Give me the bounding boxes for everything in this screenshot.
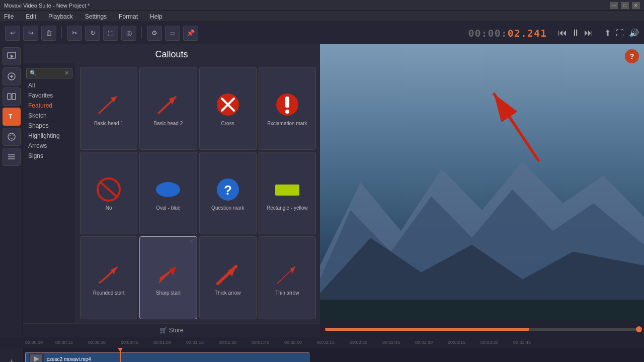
settings-button[interactable]: ⚙ (147, 26, 162, 41)
svg-line-44 (494, 94, 538, 160)
stickers-toolbar-btn[interactable] (3, 128, 21, 146)
pin-button[interactable]: 📌 (183, 26, 198, 41)
callout-icon-sharp-start (153, 260, 183, 288)
media-toolbar-btn[interactable] (3, 47, 21, 65)
cut-button[interactable]: ✂ (67, 26, 82, 41)
preview-arrow-overlay (450, 72, 560, 183)
tick-230: 00:02:30 (350, 340, 367, 345)
callout-thick-arrow[interactable]: Thick arrow (199, 236, 257, 319)
svg-point-6 (8, 133, 15, 140)
callout-label-exclamation: Exclamation mark (267, 121, 307, 127)
transitions-toolbar-btn[interactable] (3, 87, 21, 106)
callout-sharp-start[interactable]: ♡ Sharp start (139, 236, 197, 319)
rotate-button[interactable]: ↻ (85, 26, 100, 41)
clip-thumbnail (29, 353, 44, 362)
callout-icon-rectangle-yellow (272, 175, 302, 203)
callout-question[interactable]: ? Question mark (199, 152, 257, 235)
callout-rectangle-yellow[interactable]: Rectangle - yellow (259, 152, 316, 235)
clip-header: czesc2 movavi.mp4 (26, 352, 309, 362)
callout-icon-no (94, 175, 124, 203)
video-clip[interactable]: czesc2 movavi.mp4 (25, 352, 309, 362)
skip-forward-button[interactable]: ⏭ (584, 28, 593, 38)
undo-button[interactable]: ↩ (5, 26, 20, 41)
menu-settings[interactable]: Settings (83, 12, 109, 21)
maximize-btn[interactable]: □ (621, 2, 629, 9)
delete-button[interactable]: 🗑 (41, 26, 56, 41)
store-button[interactable]: 🛒 Store (23, 323, 320, 337)
cat-shapes[interactable]: Shapes (23, 121, 75, 131)
titles-toolbar-btn[interactable]: T (3, 108, 21, 126)
fullscreen-icon[interactable]: ⛶ (616, 29, 624, 38)
callout-label-no: No (106, 205, 112, 211)
menu-format[interactable]: Format (117, 12, 140, 21)
callouts-grid: Basic head 1 Basic head 2 (76, 63, 320, 323)
audio-button[interactable]: ⚌ (165, 26, 180, 41)
cat-featured[interactable]: Featured (23, 101, 75, 111)
tick-130: 00:01:30 (219, 340, 236, 345)
callout-oval-blue[interactable]: Oval - blue (139, 152, 197, 235)
toolbar-row: ↩ ↪ 🗑 ✂ ↻ ⬚ ◎ ⚙ ⚌ 📌 00:00:02.241 ⏮ ⏸ ⏭ ⬆… (0, 22, 644, 44)
cat-sketch[interactable]: Sketch (23, 111, 75, 121)
skip-back-button[interactable]: ⏮ (558, 28, 567, 38)
tick-0: 00:00:00 (25, 340, 43, 345)
preview-area: ? (320, 44, 644, 337)
callout-cross[interactable]: Cross (199, 67, 257, 150)
tick-300: 00:03:00 (415, 340, 433, 345)
callout-label-oval-blue: Oval - blue (156, 205, 180, 211)
cat-favorites[interactable]: Favorites (23, 90, 75, 101)
svg-marker-1 (11, 54, 14, 58)
menu-toolbar-btn[interactable] (3, 148, 21, 166)
progress-thumb[interactable] (636, 326, 642, 332)
help-button[interactable]: ? (625, 49, 639, 63)
menu-playback[interactable]: Playback (46, 12, 75, 21)
fx-toolbar-btn[interactable] (3, 67, 21, 85)
crop-button[interactable]: ⬚ (103, 26, 118, 41)
tick-145: 00:01:45 (252, 340, 269, 345)
minimize-btn[interactable]: — (610, 2, 618, 9)
tick-245: 00:02:45 (382, 340, 400, 345)
window-controls[interactable]: — □ ✕ (610, 2, 640, 9)
cat-arrows[interactable]: Arrows (23, 141, 75, 151)
search-clear-icon[interactable]: ✕ (64, 70, 69, 76)
tick-200: 00:02:00 (284, 340, 302, 345)
cat-all[interactable]: All (23, 80, 75, 90)
callout-label-thin-arrow: Thin arrow (275, 290, 299, 296)
tracks-area: czesc2 movavi.mp4 (23, 348, 644, 362)
tick-100: 00:01:00 (153, 340, 171, 345)
playhead[interactable] (120, 348, 121, 362)
tick-215: 00:02:15 (317, 340, 335, 345)
menu-file[interactable]: File (2, 12, 16, 21)
menu-help[interactable]: Help (148, 12, 165, 21)
favorite-icon[interactable]: ♡ (189, 239, 194, 244)
callout-no[interactable]: No (80, 152, 137, 235)
callout-basic-head-2[interactable]: Basic head 2 (139, 67, 197, 150)
svg-point-21 (285, 110, 289, 114)
add-track-icon[interactable]: + (9, 357, 13, 362)
export-icon[interactable]: ⬆ (604, 28, 611, 38)
callout-icon-exclamation (272, 91, 302, 119)
svg-point-8 (13, 135, 14, 136)
tick-30: 00:00:30 (88, 340, 106, 345)
menu-bar: File Edit Playback Settings Format Help (0, 11, 644, 22)
callout-exclamation[interactable]: Exclamation mark (259, 67, 316, 150)
callout-rounded-start[interactable]: Rounded start (80, 236, 137, 319)
close-btn[interactable]: ✕ (632, 2, 640, 9)
toolbar-separator-2 (141, 27, 142, 39)
callouts-panel: Callouts 🔍 ✕ All Favorites Featured Sket… (23, 44, 320, 337)
redo-button[interactable]: ↪ (23, 26, 38, 41)
menu-edit[interactable]: Edit (24, 12, 38, 21)
video-preview: ? (320, 44, 644, 321)
tick-115: 00:01:15 (186, 340, 204, 345)
callout-basic-head-1[interactable]: Basic head 1 (80, 67, 137, 150)
store-label[interactable]: 🛒 Store (159, 327, 183, 334)
cat-highlighting[interactable]: Highlighting (23, 131, 75, 141)
pause-button[interactable]: ⏸ (571, 28, 580, 38)
cat-signs[interactable]: Signs (23, 151, 75, 161)
volume-icon[interactable]: 🔊 (629, 28, 639, 38)
progress-bar[interactable] (325, 328, 639, 331)
stabilize-button[interactable]: ◎ (121, 26, 136, 41)
time-dim: 00:00: (468, 27, 508, 39)
search-box[interactable]: 🔍 ✕ (26, 68, 72, 78)
callout-label-basic-head-2: Basic head 2 (153, 121, 183, 127)
callout-thin-arrow[interactable]: Thin arrow (259, 236, 316, 319)
